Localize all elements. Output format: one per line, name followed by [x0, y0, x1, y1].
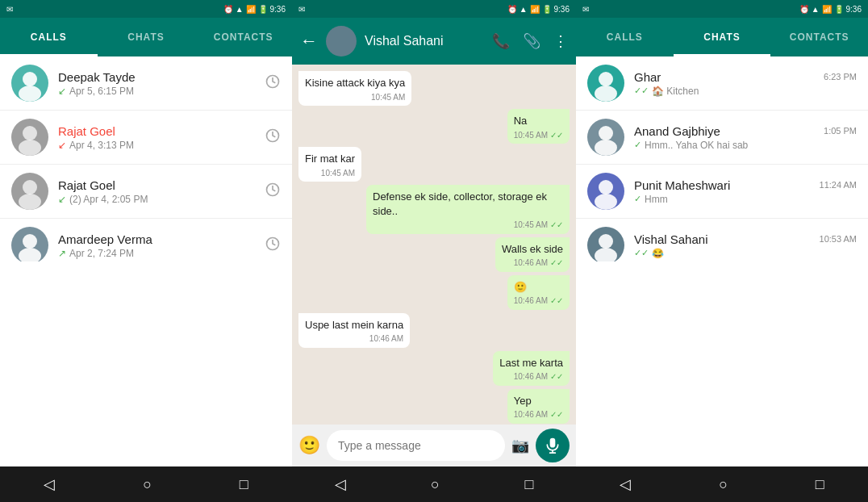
- home-button[interactable]: ○: [431, 476, 440, 493]
- home-button[interactable]: ○: [143, 476, 152, 493]
- chat-item-name: Ghar: [634, 70, 661, 84]
- message-time: 10:45 AM: [514, 130, 548, 141]
- bottom-nav-center: ◁ ○ □: [292, 466, 576, 502]
- chat-item-time: 10:53 AM: [820, 234, 857, 244]
- message-bubble: 🙂 10:46 AM✓✓: [507, 275, 570, 310]
- message-tick: ✓✓: [634, 248, 649, 258]
- svg-point-6: [23, 180, 37, 195]
- more-options-icon[interactable]: ⋮: [553, 32, 568, 50]
- list-item[interactable]: Anand Gajbhiye 1:05 PM ✓ Hmm.. Yaha OK h…: [576, 111, 868, 165]
- wifi-icon: 📶: [822, 5, 832, 14]
- svg-point-1: [19, 86, 41, 102]
- phone-icon[interactable]: 📞: [492, 32, 510, 50]
- tab-chats-right[interactable]: CHATS: [674, 18, 771, 56]
- call-info: Amardeep Verma ↗ Apr 2, 7:24 PM: [58, 232, 255, 259]
- back-button[interactable]: ◁: [620, 475, 631, 493]
- status-bar-right: ✉ ⏰ ▲ 📶 🔋 9:36: [576, 0, 868, 18]
- call-date: Apr 4, 3:13 PM: [69, 140, 134, 151]
- svg-point-10: [19, 248, 41, 261]
- status-bar-center: ✉ ⏰ ▲ 📶 🔋 9:36: [292, 0, 576, 18]
- call-clock-icon: [265, 73, 281, 93]
- svg-point-7: [19, 194, 41, 210]
- call-item[interactable]: Amardeep Verma ↗ Apr 2, 7:24 PM: [0, 219, 292, 261]
- message-tick: ✓✓: [550, 257, 563, 269]
- message-text: Defense ek side, collector, storage ek s…: [373, 190, 547, 217]
- signal-icon: ▲: [520, 5, 528, 14]
- home-button[interactable]: ○: [719, 476, 728, 493]
- call-item[interactable]: Rajat Goel ↙ (2) Apr 4, 2:05 PM: [0, 165, 292, 219]
- message-time: 10:46 AM: [369, 333, 403, 345]
- tab-contacts-right[interactable]: CONTACTS: [770, 18, 868, 56]
- message-input[interactable]: [327, 430, 505, 461]
- tab-calls-right[interactable]: CALLS: [576, 18, 674, 56]
- mic-button[interactable]: [536, 429, 570, 462]
- tab-contacts-left[interactable]: CONTACTS: [194, 18, 292, 56]
- avatar: [587, 227, 624, 261]
- chat-header-icons: 📞 📎 ⋮: [492, 32, 568, 50]
- message-text: Fir mat kar: [305, 153, 355, 165]
- chat-list: Ghar 6:23 PM ✓✓ 🏠 Kitchen Anand Gajbhiye…: [576, 56, 868, 261]
- svg-point-27: [599, 234, 613, 249]
- call-date: (2) Apr 4, 2:05 PM: [69, 194, 148, 205]
- message-bubble: Na 10:45 AM✓✓: [507, 109, 570, 144]
- camera-button[interactable]: 📷: [511, 437, 529, 454]
- message-time: 10:45 AM: [514, 220, 548, 231]
- tab-chats-left[interactable]: CHATS: [98, 18, 195, 56]
- recents-button[interactable]: □: [240, 476, 248, 493]
- message-tick: ✓✓: [550, 130, 563, 141]
- wifi-icon: 📶: [246, 5, 256, 14]
- tab-calls-left[interactable]: CALLS: [0, 18, 98, 56]
- call-detail: ↙ Apr 4, 3:13 PM: [58, 140, 255, 151]
- left-tab-bar: CALLS CHATS CONTACTS: [0, 18, 292, 56]
- list-item[interactable]: Punit Maheshwari 11:24 AM ✓ Hmm: [576, 165, 868, 219]
- chat-messages: Kisine attack kiya kya 10:45 AM Na 10:45…: [292, 65, 576, 425]
- avatar: [11, 119, 48, 156]
- chat-item-preview: 😂: [652, 248, 664, 259]
- avatar: [587, 173, 624, 210]
- svg-point-25: [599, 180, 613, 195]
- chat-item-info: Ghar 6:23 PM ✓✓ 🏠 Kitchen: [634, 70, 857, 97]
- message-tick: ✓✓: [550, 295, 563, 307]
- call-direction-icon: ↙: [58, 140, 66, 151]
- chat-item-time: 1:05 PM: [824, 126, 857, 136]
- call-detail: ↙ (2) Apr 4, 2:05 PM: [58, 194, 255, 205]
- time-display: 9:36: [554, 5, 570, 14]
- message-tick: ✓: [634, 140, 641, 150]
- back-button[interactable]: ◁: [44, 475, 55, 493]
- call-detail: ↙ Apr 5, 6:15 PM: [58, 86, 255, 97]
- chat-item-preview: Hmm: [645, 194, 668, 205]
- attachment-icon[interactable]: 📎: [523, 32, 540, 50]
- list-item[interactable]: Vishal Sahani 10:53 AM ✓✓ 😂: [576, 219, 868, 261]
- message-text: Na: [514, 115, 528, 127]
- chat-contact-name: Vishal Sahani: [365, 34, 484, 48]
- chat-item-preview: 🏠 Kitchen: [652, 86, 699, 97]
- message-time: 10:46 AM: [514, 371, 548, 383]
- message-text: 🙂: [514, 281, 527, 293]
- bottom-nav-right: ◁ ○ □: [576, 466, 868, 502]
- recents-button[interactable]: □: [816, 476, 824, 493]
- chat-item-name: Vishal Sahani: [634, 232, 707, 246]
- back-button[interactable]: ◁: [335, 475, 346, 493]
- message-tick: ✓✓: [634, 86, 649, 96]
- list-item[interactable]: Ghar 6:23 PM ✓✓ 🏠 Kitchen: [576, 56, 868, 111]
- chat-item-time: 6:23 PM: [824, 72, 857, 82]
- message-text: Uspe last mein karna: [305, 319, 403, 331]
- call-date: Apr 5, 6:15 PM: [69, 86, 134, 97]
- caller-name: Deepak Tayde: [58, 70, 255, 84]
- chat-item-info: Punit Maheshwari 11:24 AM ✓ Hmm: [634, 178, 857, 205]
- call-item[interactable]: Deepak Tayde ↙ Apr 5, 6:15 PM: [0, 56, 292, 111]
- call-direction-icon: ↙: [58, 194, 66, 205]
- emoji-button[interactable]: 🙂: [298, 435, 320, 456]
- call-item[interactable]: Rajat Goel ↙ Apr 4, 3:13 PM: [0, 111, 292, 165]
- time-display: 9:36: [846, 5, 862, 14]
- signal-icon: ▲: [812, 5, 820, 14]
- call-detail: ↗ Apr 2, 7:24 PM: [58, 248, 255, 259]
- message-text: Yep: [514, 395, 532, 407]
- right-tab-bar: CALLS CHATS CONTACTS: [576, 18, 868, 56]
- back-button[interactable]: ←: [300, 31, 318, 52]
- svg-point-23: [599, 126, 613, 140]
- message-text: Walls ek side: [502, 243, 563, 255]
- recents-button[interactable]: □: [524, 476, 533, 493]
- alarm-icon: ⏰: [507, 5, 517, 14]
- call-clock-icon: [265, 182, 281, 201]
